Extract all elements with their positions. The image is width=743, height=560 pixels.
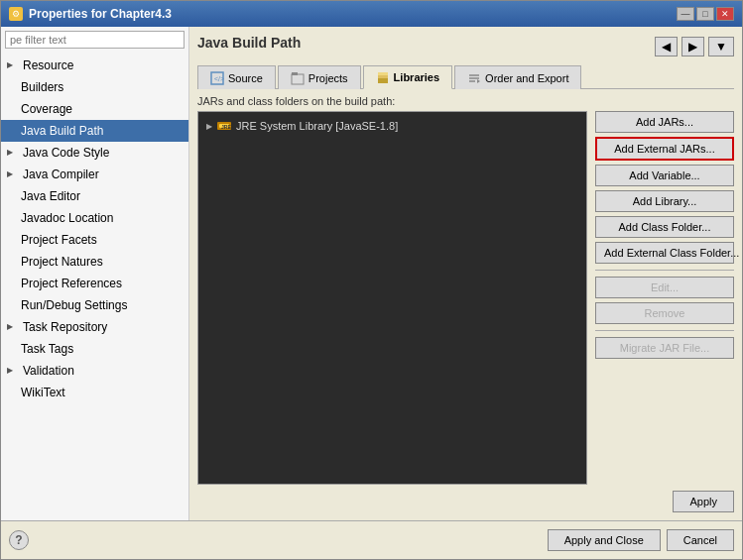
add-external-jars-button[interactable]: Add External JARs... xyxy=(595,137,734,161)
sidebar-item-label-run-debug-settings: Run/Debug Settings xyxy=(21,296,127,314)
back-button[interactable]: ◀ xyxy=(655,37,678,56)
right-panel: Java Build Path ◀ ▶ ▼ </> Source xyxy=(189,27,742,520)
help-button[interactable]: ? xyxy=(9,530,29,550)
tab-projects[interactable]: Projects xyxy=(278,65,361,89)
buttons-panel: Add JARs... Add External JARs... Add Var… xyxy=(595,111,734,485)
sidebar-item-run-debug-settings[interactable]: Run/Debug Settings xyxy=(1,294,188,316)
sidebar-item-coverage[interactable]: Coverage xyxy=(1,98,188,120)
svg-rect-4 xyxy=(378,78,388,83)
sidebar-item-label-project-references: Project References xyxy=(21,275,122,292)
sidebar-item-javadoc-location[interactable]: Javadoc Location xyxy=(1,207,188,229)
add-library-button[interactable]: Add Library... xyxy=(595,190,734,212)
add-class-folder-button[interactable]: Add Class Folder... xyxy=(595,216,734,238)
sidebar: ▶ Resource Builders Coverage Java Build … xyxy=(1,27,189,520)
add-external-class-folder-button[interactable]: Add External Class Folder... xyxy=(595,242,734,264)
expand-arrow-resource: ▶ xyxy=(7,56,19,74)
footer: ? Apply and Close Cancel xyxy=(1,520,742,559)
tab-libraries[interactable]: Libraries xyxy=(363,65,452,89)
apply-button[interactable]: Apply xyxy=(673,491,734,512)
sidebar-item-label-task-repository: Task Repository xyxy=(23,318,107,336)
sidebar-item-resource[interactable]: ▶ Resource xyxy=(1,55,188,76)
nav-buttons: ◀ ▶ ▼ xyxy=(655,37,734,56)
sidebar-item-java-editor[interactable]: Java Editor xyxy=(1,185,188,207)
forward-button[interactable]: ▶ xyxy=(681,37,704,56)
svg-rect-2 xyxy=(292,74,304,84)
tab-source-label: Source xyxy=(228,72,263,84)
add-jars-button[interactable]: Add JARs... xyxy=(595,111,734,133)
jar-item-jre[interactable]: ▶ JRE JRE System Library [JavaSE-1.8] xyxy=(202,116,582,136)
buttons-separator2 xyxy=(595,330,734,331)
sidebar-item-project-facets[interactable]: Project Facets xyxy=(1,229,188,251)
content-area: ▶ JRE JRE System Library [JavaSE-1.8] xyxy=(197,111,734,485)
libraries-tab-icon xyxy=(376,70,390,84)
window-icon: ⚙ xyxy=(9,7,23,21)
maximize-button[interactable]: □ xyxy=(696,7,714,21)
tab-libraries-label: Libraries xyxy=(394,71,439,83)
expand-arrow-java-compiler: ▶ xyxy=(7,166,19,183)
sidebar-item-project-natures[interactable]: Project Natures xyxy=(1,251,188,273)
sidebar-item-label-task-tags: Task Tags xyxy=(21,340,73,358)
expand-tri-jre: ▶ xyxy=(206,122,212,131)
tab-bar: </> Source Projects xyxy=(197,64,734,89)
sidebar-item-task-repository[interactable]: ▶ Task Repository xyxy=(1,316,188,338)
buttons-separator xyxy=(595,270,734,271)
add-variable-button[interactable]: Add Variable... xyxy=(595,165,734,186)
window-title: Properties for Chapter4.3 xyxy=(29,7,172,21)
edit-button[interactable]: Edit... xyxy=(595,277,734,298)
sidebar-item-label-wikitext: WikiText xyxy=(21,384,65,401)
dropdown-button[interactable]: ▼ xyxy=(708,37,734,56)
description-text: JARs and class folders on the build path… xyxy=(197,95,734,107)
sidebar-item-java-build-path[interactable]: Java Build Path xyxy=(1,120,188,142)
sidebar-item-label-validation: Validation xyxy=(23,362,74,380)
migrate-jar-button[interactable]: Migrate JAR File... xyxy=(595,337,734,359)
expand-arrow-validation: ▶ xyxy=(7,362,19,380)
sidebar-item-builders[interactable]: Builders xyxy=(1,76,188,98)
tab-order-export-label: Order and Export xyxy=(485,72,568,84)
sidebar-item-label-java-editor: Java Editor xyxy=(21,187,80,205)
tab-source[interactable]: </> Source xyxy=(197,65,276,89)
svg-text:JRE: JRE xyxy=(221,124,231,130)
apply-and-close-button[interactable]: Apply and Close xyxy=(548,529,661,551)
svg-rect-5 xyxy=(378,75,388,78)
sidebar-item-wikitext[interactable]: WikiText xyxy=(1,382,188,403)
sidebar-item-label-resource: Resource xyxy=(23,56,73,74)
title-bar-left: ⚙ Properties for Chapter4.3 xyxy=(9,7,172,21)
jre-icon: JRE xyxy=(216,118,232,134)
cancel-button[interactable]: Cancel xyxy=(667,529,734,551)
minimize-button[interactable]: — xyxy=(677,7,694,21)
source-tab-icon: </> xyxy=(210,71,224,85)
expand-arrow-task-repository: ▶ xyxy=(7,318,19,336)
sidebar-item-java-code-style[interactable]: ▶ Java Code Style xyxy=(1,142,188,164)
sidebar-item-label-java-code-style: Java Code Style xyxy=(23,144,109,162)
sidebar-item-label-java-build-path: Java Build Path xyxy=(21,122,103,140)
tab-projects-label: Projects xyxy=(309,72,348,84)
expand-arrow-java-code-style: ▶ xyxy=(7,144,19,162)
sidebar-item-label-java-compiler: Java Compiler xyxy=(23,166,99,183)
footer-right: Apply and Close Cancel xyxy=(548,529,734,551)
sidebar-item-task-tags[interactable]: Task Tags xyxy=(1,338,188,360)
title-buttons: — □ ✕ xyxy=(677,7,734,21)
sidebar-item-label-project-facets: Project Facets xyxy=(21,231,97,249)
sidebar-item-project-references[interactable]: Project References xyxy=(1,273,188,294)
order-export-tab-icon xyxy=(467,71,481,85)
main-content: ▶ Resource Builders Coverage Java Build … xyxy=(1,27,742,520)
sidebar-item-label-coverage: Coverage xyxy=(21,100,72,118)
svg-rect-6 xyxy=(378,72,388,75)
sidebar-item-label-builders: Builders xyxy=(21,78,63,96)
sidebar-item-label-project-natures: Project Natures xyxy=(21,253,103,271)
filter-input[interactable] xyxy=(5,31,185,49)
svg-marker-10 xyxy=(477,79,480,83)
remove-button[interactable]: Remove xyxy=(595,302,734,324)
svg-text:</>: </> xyxy=(214,75,224,82)
title-bar: ⚙ Properties for Chapter4.3 — □ ✕ xyxy=(1,1,742,27)
tab-order-export[interactable]: Order and Export xyxy=(454,65,581,89)
close-button[interactable]: ✕ xyxy=(716,7,734,21)
sidebar-item-java-compiler[interactable]: ▶ Java Compiler xyxy=(1,164,188,185)
main-window: ⚙ Properties for Chapter4.3 — □ ✕ ▶ Reso… xyxy=(0,0,743,560)
svg-rect-3 xyxy=(292,72,298,75)
sidebar-item-validation[interactable]: ▶ Validation xyxy=(1,360,188,382)
sidebar-tree: ▶ Resource Builders Coverage Java Build … xyxy=(1,53,188,520)
sidebar-item-label-javadoc-location: Javadoc Location xyxy=(21,209,113,227)
panel-title: Java Build Path xyxy=(197,35,301,51)
build-path-tree[interactable]: ▶ JRE JRE System Library [JavaSE-1.8] xyxy=(197,111,587,485)
